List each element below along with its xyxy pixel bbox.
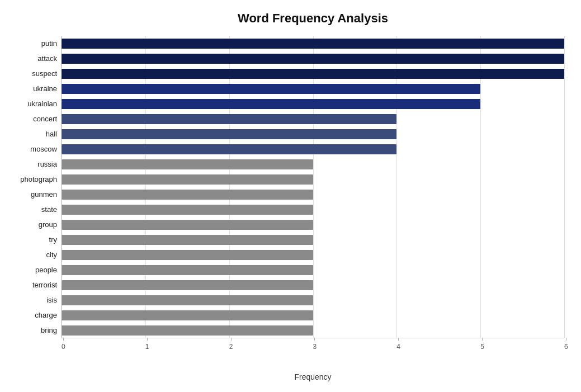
bar: [62, 159, 313, 169]
bar: [62, 310, 313, 320]
bar-row: charge: [62, 309, 564, 322]
chart-title: Word Frequency Analysis: [62, 11, 564, 26]
bar-label: photograph: [4, 175, 57, 183]
bar-label: suspect: [4, 69, 57, 78]
x-tick: 1: [145, 338, 149, 351]
x-tick: 3: [313, 338, 317, 351]
x-tick-label: 6: [564, 343, 568, 351]
bar: [62, 295, 313, 305]
x-tick-label: 3: [313, 343, 317, 351]
bar: [62, 39, 564, 49]
x-tick-label: 5: [480, 343, 484, 351]
bar-row: isis: [62, 294, 564, 306]
chart-container: Word Frequency Analysis putinattacksuspe…: [0, 0, 581, 392]
x-tick-label: 0: [62, 343, 65, 351]
bar-label: moscow: [4, 145, 57, 153]
bar-label: putin: [4, 39, 57, 48]
x-tick-line: [482, 338, 483, 341]
bar: [62, 205, 313, 215]
x-tick: 5: [480, 338, 484, 351]
bar: [62, 220, 313, 230]
bar-label: charge: [4, 311, 57, 319]
bar-row: bring: [62, 324, 564, 337]
x-tick: 2: [229, 338, 233, 351]
bar-row: ukrainian: [62, 98, 564, 110]
bar: [62, 325, 313, 336]
bar-label: terrorist: [4, 281, 57, 289]
bar-row: terrorist: [62, 279, 564, 291]
grid-line: [564, 36, 565, 338]
bar-label: ukrainian: [4, 100, 57, 108]
x-axis-label: Frequency: [62, 372, 564, 381]
bar-label: city: [4, 251, 57, 259]
bar-label: ukraine: [4, 84, 57, 93]
x-tick-label: 1: [145, 343, 149, 351]
x-tick: 4: [396, 338, 400, 351]
bar-row: hall: [62, 128, 564, 140]
bar-row: gunmen: [62, 188, 564, 201]
bar: [62, 235, 313, 245]
bar-label: attack: [4, 54, 57, 63]
bar: [62, 190, 313, 200]
x-tick-line: [147, 338, 148, 341]
bar-row: try: [62, 234, 564, 246]
bar: [62, 84, 480, 94]
bar: [62, 144, 396, 154]
bar-label: people: [4, 266, 57, 274]
bar-label: try: [4, 235, 57, 244]
bar-row: russia: [62, 158, 564, 171]
bar-label: concert: [4, 115, 57, 123]
bar-row: attack: [62, 53, 564, 65]
bar-label: state: [4, 205, 57, 214]
bar-row: putin: [62, 37, 564, 50]
x-tick-line: [398, 338, 399, 341]
bar-label: hall: [4, 130, 57, 138]
bar-label: gunmen: [4, 190, 57, 199]
bar-label: russia: [4, 160, 57, 168]
bar-row: group: [62, 219, 564, 231]
bar: [62, 69, 564, 79]
bar-label: isis: [4, 296, 57, 304]
bar-row: state: [62, 204, 564, 216]
bar-label: group: [4, 220, 57, 229]
bar-row: suspect: [62, 68, 564, 80]
bar: [62, 129, 396, 139]
bar-row: photograph: [62, 173, 564, 186]
chart-area: putinattacksuspectukraineukrainianconcer…: [62, 36, 564, 360]
bar-row: people: [62, 264, 564, 276]
bar-label: bring: [4, 326, 57, 334]
x-tick: 0: [62, 338, 65, 351]
x-tick-line: [63, 338, 64, 341]
x-tick-line: [231, 338, 232, 341]
bar: [62, 250, 313, 260]
x-tick: 6: [564, 338, 568, 351]
bar-row: concert: [62, 113, 564, 125]
bars-container: putinattacksuspectukraineukrainianconcer…: [62, 36, 564, 338]
bar: [62, 99, 480, 109]
bar: [62, 54, 564, 64]
bar: [62, 280, 313, 290]
x-tick-label: 2: [229, 343, 233, 351]
bar-row: moscow: [62, 143, 564, 155]
bar-row: ukraine: [62, 83, 564, 95]
bar: [62, 265, 313, 275]
bar: [62, 114, 396, 124]
x-tick-line: [566, 338, 566, 341]
x-tick-line: [314, 338, 315, 341]
bar: [62, 174, 313, 185]
x-axis: 0123456: [62, 338, 564, 360]
x-tick-label: 4: [396, 343, 400, 351]
bar-row: city: [62, 249, 564, 261]
